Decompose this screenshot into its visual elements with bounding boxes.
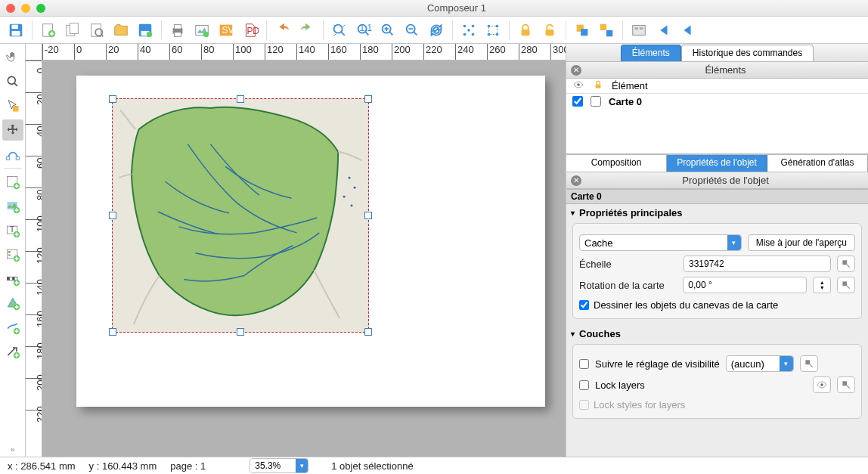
resize-handle[interactable] (109, 95, 116, 103)
atlas-first-button[interactable] (652, 19, 674, 42)
svg-rect-14 (174, 32, 181, 36)
visibility-checkbox[interactable] (572, 96, 583, 107)
zoom-tool[interactable] (2, 71, 23, 92)
tab-item-properties[interactable]: Propriétés de l'objet (667, 155, 767, 172)
section-layers[interactable]: Couches (566, 325, 868, 342)
spinner-buttons[interactable]: ▲▼ (813, 277, 831, 293)
redo-button[interactable] (296, 19, 318, 42)
page[interactable] (76, 76, 545, 407)
svg-rect-71 (596, 84, 601, 88)
print-button[interactable] (166, 19, 189, 42)
preset-visibility-button[interactable] (813, 376, 831, 393)
elements-list: Élément Carte 0 (566, 79, 868, 154)
save-template-button[interactable] (134, 19, 157, 42)
visibility-preset-select[interactable]: (aucun)▾ (726, 355, 794, 372)
data-defined-button[interactable] (800, 355, 818, 372)
add-node-tool[interactable] (2, 317, 23, 338)
lock-styles-label: Lock styles for layers (594, 399, 685, 410)
export-svg-button[interactable]: SVG (215, 19, 237, 42)
scale-label: Échelle (579, 259, 677, 270)
svg-point-25 (463, 24, 467, 27)
map-preview (113, 99, 368, 332)
cache-mode-select[interactable]: Cache▾ (579, 234, 742, 251)
svg-point-75 (820, 383, 823, 386)
map-item[interactable] (112, 98, 369, 333)
resize-handle[interactable] (109, 212, 116, 219)
edit-nodes-tool[interactable] (2, 144, 23, 165)
data-defined-button[interactable] (837, 376, 855, 393)
scale-input[interactable] (684, 256, 831, 272)
close-panel-icon[interactable]: ✕ (571, 65, 581, 76)
unlock-items-button[interactable] (538, 19, 561, 42)
data-defined-button[interactable] (837, 277, 855, 293)
zoom-in-button[interactable] (377, 19, 399, 42)
load-template-button[interactable] (110, 19, 132, 42)
zoom-full-button[interactable] (328, 19, 351, 42)
svg-rect-56 (8, 254, 11, 256)
svg-rect-38 (600, 23, 606, 29)
save-button[interactable] (5, 19, 27, 42)
follow-visibility-checkbox[interactable] (579, 359, 589, 369)
svg-rect-45 (6, 156, 9, 160)
composer-manager-button[interactable] (85, 19, 108, 42)
undo-button[interactable] (271, 19, 294, 42)
export-image-button[interactable] (191, 19, 213, 42)
add-map-tool[interactable] (2, 172, 23, 193)
duplicate-composer-button[interactable] (61, 19, 84, 42)
add-arrow-tool[interactable] (2, 341, 23, 362)
zoom-select[interactable]: ▾ (250, 458, 308, 473)
lock-layers-checkbox[interactable] (579, 380, 589, 390)
pan-tool[interactable] (2, 47, 23, 68)
update-preview-button[interactable]: Mise à jour de l'aperçu (748, 234, 855, 251)
atlas-prev-button[interactable] (676, 19, 699, 42)
zoom-actual-button[interactable]: 1:1 (352, 19, 375, 42)
section-main-properties[interactable]: Propriétés principales (566, 204, 868, 222)
add-label-tool[interactable]: T (2, 220, 23, 241)
tab-history[interactable]: Historique des commandes (681, 45, 814, 61)
resize-handle[interactable] (364, 328, 372, 336)
close-window-button[interactable] (6, 4, 15, 13)
lock-checkbox[interactable] (591, 96, 601, 107)
svg-point-68 (343, 196, 346, 198)
resize-handle[interactable] (237, 95, 244, 103)
zoom-window-button[interactable] (36, 4, 45, 13)
snap-grid-button[interactable] (457, 19, 480, 42)
export-pdf-button[interactable]: PDF (239, 19, 262, 42)
add-image-tool[interactable] (2, 196, 23, 217)
lock-icon (592, 79, 604, 92)
ungroup-button[interactable] (595, 19, 618, 42)
resize-handle[interactable] (364, 212, 372, 219)
draw-canvas-items-checkbox[interactable] (579, 300, 589, 310)
close-panel-icon[interactable]: ✕ (571, 175, 581, 186)
resize-handle[interactable] (237, 328, 244, 336)
snap-guides-button[interactable] (482, 19, 504, 42)
move-item-content-tool[interactable] (2, 119, 23, 141)
add-scalebar-tool[interactable] (2, 268, 23, 290)
resize-handle[interactable] (364, 95, 372, 103)
toolbox-overflow-icon[interactable]: » (11, 445, 15, 454)
tab-atlas[interactable]: Génération d'atlas (767, 155, 868, 172)
preview-atlas-button[interactable] (628, 19, 650, 42)
refresh-button[interactable] (425, 19, 448, 42)
tab-composition[interactable]: Composition (566, 155, 667, 172)
rotation-input[interactable] (683, 277, 807, 293)
zoom-out-button[interactable] (401, 19, 423, 42)
lock-items-button[interactable] (514, 19, 537, 42)
add-legend-tool[interactable] (2, 244, 23, 265)
canvas-viewport[interactable] (42, 60, 566, 457)
select-tool[interactable] (2, 95, 23, 116)
svg-rect-41 (635, 27, 639, 29)
data-defined-button[interactable] (837, 256, 855, 272)
elements-list-row[interactable]: Carte 0 (566, 94, 868, 109)
svg-point-70 (577, 83, 580, 86)
resize-handle[interactable] (109, 328, 116, 336)
minimize-window-button[interactable] (21, 4, 30, 13)
ruler-corner (26, 44, 42, 60)
properties-scroll[interactable]: Carte 0 Propriétés principales Cache▾ Mi… (566, 189, 868, 457)
svg-point-11 (147, 31, 152, 36)
new-composer-button[interactable] (37, 19, 60, 42)
add-shape-tool[interactable] (2, 293, 23, 314)
group-button[interactable] (571, 19, 594, 42)
tab-elements[interactable]: Éléments (621, 45, 681, 61)
zoom-input[interactable] (250, 459, 296, 472)
